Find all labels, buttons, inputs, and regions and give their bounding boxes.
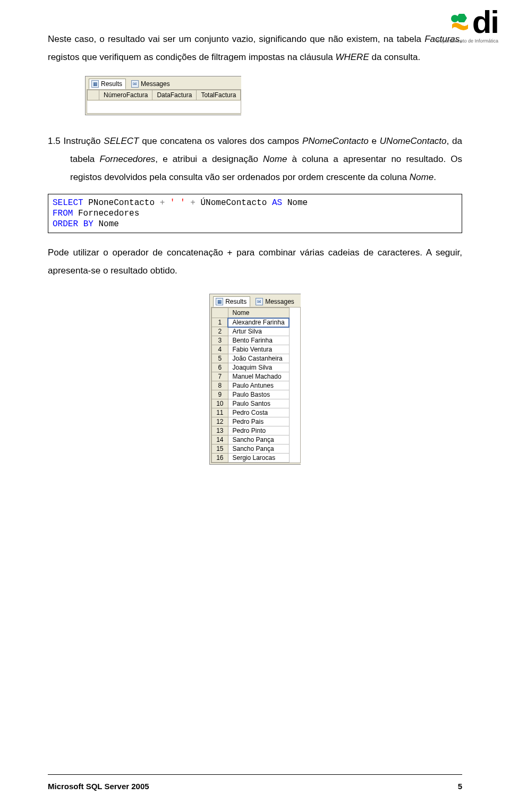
message-icon: ✉ <box>131 80 139 88</box>
cell-value[interactable]: Sancho Pança <box>228 435 289 445</box>
code-text <box>78 219 83 229</box>
paragraph-1: Neste caso, o resultado vai ser um conju… <box>48 30 462 66</box>
text-run: e <box>369 136 380 146</box>
code-text: ÚNomeContacto <box>196 198 272 208</box>
sql-results-panel-1: ▦ Results ✉ Messages NúmeroFactura DataF… <box>48 71 462 123</box>
code-keyword: FROM <box>53 209 73 218</box>
tab-messages[interactable]: ✉ Messages <box>129 79 173 89</box>
row-number[interactable]: 10 <box>212 399 228 408</box>
row-number[interactable]: 14 <box>212 435 228 445</box>
code-text <box>165 198 170 208</box>
row-number[interactable]: 6 <box>212 363 228 372</box>
cell-value[interactable]: Paulo Bastos <box>228 390 289 399</box>
tab-label: Results <box>101 80 122 88</box>
text-run-italic: WHERE <box>335 52 369 62</box>
row-number[interactable]: 13 <box>212 426 228 435</box>
page-number: 5 <box>458 782 462 791</box>
text-run: da consulta. <box>369 52 420 62</box>
footer-divider <box>48 774 462 775</box>
page-footer: Microsoft SQL Server 2005 5 <box>48 782 462 791</box>
row-header-blank <box>88 90 99 100</box>
code-text: Nome <box>282 198 308 208</box>
results-grid-empty: NúmeroFactura DataFactura TotalFactura <box>87 89 241 114</box>
numbered-item-1-5: 1.5 Instrução SELECT que concatena os va… <box>48 132 462 186</box>
row-number[interactable]: 3 <box>212 336 228 345</box>
code-keyword: AS <box>272 198 282 208</box>
text-run: Instrução <box>64 136 104 146</box>
row-number[interactable]: 11 <box>212 408 228 417</box>
tab-messages[interactable]: ✉ Messages <box>253 297 298 306</box>
row-number[interactable]: 15 <box>212 445 228 454</box>
code-keyword: BY <box>83 219 94 229</box>
row-number[interactable]: 1 <box>212 318 228 327</box>
code-text: PNoneContacto <box>83 198 160 208</box>
sql-results-panel-2: ▦ Results ✉ Messages Nome 1Alexandre Far… <box>48 288 462 470</box>
row-header-blank <box>212 308 228 318</box>
text-run-italic: SELECT <box>104 136 139 146</box>
row-number[interactable]: 8 <box>212 381 228 390</box>
text-run-italic: UNomeContacto <box>380 136 447 146</box>
tab-results[interactable]: ▦ Results <box>89 79 126 89</box>
text-run: Neste caso, o resultado vai ser um conju… <box>48 34 424 44</box>
column-header[interactable]: TotalFactura <box>197 90 241 100</box>
results-tabs: ▦ Results ✉ Messages <box>210 294 301 307</box>
code-keyword: SELECT <box>53 198 83 208</box>
row-number[interactable]: 2 <box>212 327 228 336</box>
sql-code-block: SELECT PNoneContacto + ' ' + ÚNomeContac… <box>48 194 462 233</box>
column-header[interactable]: Nome <box>228 308 289 318</box>
column-header[interactable]: DataFactura <box>152 90 197 100</box>
text-run: que concatena os valores dos campos <box>139 136 302 146</box>
cell-value[interactable]: Pedro Pais <box>228 417 289 426</box>
logo-icon <box>448 10 471 33</box>
text-run-italic: Fornecedores <box>99 154 155 164</box>
text-run-italic: PNomeContacto <box>302 136 369 146</box>
tab-label: Messages <box>265 298 294 305</box>
code-text: Nome <box>94 219 119 229</box>
column-header[interactable]: NúmeroFactura <box>99 90 152 100</box>
text-run-italic: Nome <box>263 154 287 164</box>
results-tabs: ▦ Results ✉ Messages <box>86 76 241 89</box>
cell-value[interactable]: Pedro Costa <box>228 408 289 417</box>
list-number: 1.5 <box>48 136 64 146</box>
logo: di <box>448 10 498 35</box>
grid-icon: ▦ <box>216 298 223 305</box>
cell-value[interactable]: Fabio Ventura <box>228 345 289 354</box>
grid-icon: ▦ <box>91 80 99 88</box>
results-grid: Nome 1Alexandre Farinha2Artur Silva3Bent… <box>211 307 301 463</box>
footer-title: Microsoft SQL Server 2005 <box>48 782 149 791</box>
row-number[interactable]: 4 <box>212 345 228 354</box>
cell-value[interactable]: Sancho Pança <box>228 445 289 454</box>
cell-value[interactable]: Sergio Larocas <box>228 454 289 463</box>
row-number[interactable]: 16 <box>212 454 228 463</box>
cell-value[interactable]: Bento Farinha <box>228 336 289 345</box>
code-keyword: ORDER <box>53 219 78 229</box>
code-operator: + <box>190 198 196 208</box>
cell-value[interactable]: Paulo Santos <box>228 399 289 408</box>
cell-value[interactable]: Pedro Pinto <box>228 426 289 435</box>
cell-value[interactable]: Artur Silva <box>228 327 289 336</box>
row-number[interactable]: 9 <box>212 390 228 399</box>
tab-label: Messages <box>141 80 170 88</box>
cell-value[interactable]: João Castanheira <box>228 354 289 363</box>
cell-value[interactable]: Manuel Machado <box>228 372 289 381</box>
code-string: ' ' <box>170 198 185 208</box>
cell-value[interactable]: Paulo Antunes <box>228 381 289 390</box>
svg-marker-1 <box>456 14 467 22</box>
tab-label: Results <box>225 298 246 305</box>
message-icon: ✉ <box>256 298 263 305</box>
cell-value[interactable]: Joaquim Silva <box>228 363 289 372</box>
logo-text: di <box>472 10 498 35</box>
row-number[interactable]: 12 <box>212 417 228 426</box>
code-text <box>185 198 191 208</box>
logo-subtitle: Departamento de Informática <box>436 38 498 44</box>
cell-value[interactable]: Alexandre Farinha <box>228 318 289 327</box>
code-operator: + <box>160 198 165 208</box>
text-run: , e atribui a designação <box>155 154 263 164</box>
text-run-italic: Nome <box>410 172 434 182</box>
tab-results[interactable]: ▦ Results <box>213 296 250 307</box>
text-run: . <box>434 172 436 182</box>
row-number[interactable]: 7 <box>212 372 228 381</box>
row-number[interactable]: 5 <box>212 354 228 363</box>
code-text: Fornecedores <box>73 209 139 218</box>
paragraph-2: Pode utilizar o operador de concatenação… <box>48 244 462 280</box>
